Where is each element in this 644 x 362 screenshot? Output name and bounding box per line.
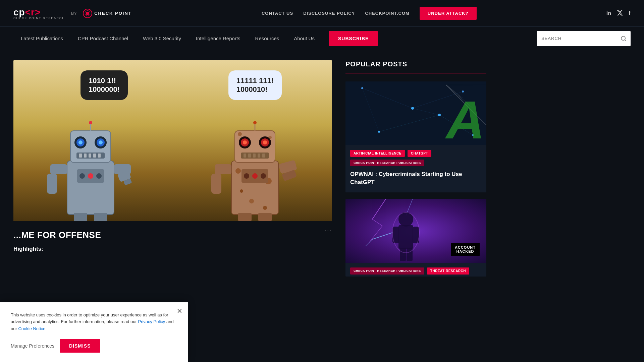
twitter-icon[interactable] — [616, 9, 623, 17]
account-hacked-badge: ACCOUNTHACKED — [451, 243, 480, 256]
privacy-policy-link[interactable]: Privacy Policy — [138, 319, 165, 324]
svg-point-28 — [89, 121, 92, 124]
svg-point-24 — [96, 173, 102, 179]
svg-rect-15 — [98, 154, 101, 158]
right-column: POPULAR POSTS — [345, 60, 486, 283]
svg-point-72 — [378, 131, 380, 133]
checkpoint-com-link[interactable]: CHECKPOINT.COM — [365, 11, 409, 16]
nav-resources[interactable]: Resources — [248, 27, 287, 50]
nav-about-us[interactable]: About Us — [286, 27, 322, 50]
search-button[interactable] — [616, 31, 631, 46]
svg-rect-58 — [238, 213, 252, 221]
cookie-close-button[interactable]: ✕ — [177, 307, 182, 315]
post-card-1-tags: ARTIFICIAL INTELLIGENCE CHATGPT CHECK PO… — [345, 145, 486, 168]
svg-rect-88 — [400, 248, 406, 261]
svg-point-57 — [261, 173, 266, 179]
highlights-label: Highlights: — [13, 246, 332, 252]
linkedin-icon[interactable]: in — [606, 10, 611, 16]
svg-point-33 — [240, 189, 243, 193]
post-card-1[interactable]: A ARTIFICIAL INTELLIGENCE CHATGPT CHECK … — [345, 81, 486, 192]
popular-posts-title: POPULAR POSTS — [345, 60, 486, 73]
svg-rect-2 — [67, 161, 114, 215]
dismiss-button[interactable]: DISMISS — [60, 339, 100, 353]
cookie-buttons: Manage Preferences DISMISS — [11, 339, 177, 353]
tag-threat-research[interactable]: THREAT RESEARCH — [427, 267, 469, 275]
manage-preferences-button[interactable]: Manage Preferences — [11, 343, 54, 349]
tag-ai[interactable]: ARTIFICIAL INTELLIGENCE — [350, 150, 405, 157]
svg-point-43 — [263, 140, 267, 144]
svg-point-69 — [361, 87, 363, 89]
svg-rect-47 — [253, 154, 256, 158]
nav-latest-publications[interactable]: Latest Publications — [13, 27, 70, 50]
svg-rect-25 — [74, 213, 87, 221]
post-card-1-title[interactable]: OPWNAI : Cybercriminals Starting to Use … — [345, 168, 486, 192]
svg-rect-46 — [248, 154, 251, 158]
svg-point-61 — [253, 121, 257, 124]
nav-cpr-podcast[interactable]: CPR Podcast Channel — [70, 27, 136, 50]
main-content: 1010 1!! 1000000! 11111 111! 1000010! — [0, 50, 644, 293]
robot-right — [211, 107, 305, 221]
cookie-notice-link[interactable]: Cookie Notice — [18, 326, 45, 331]
svg-rect-14 — [93, 154, 96, 158]
header-nav: CONTACT US DISCLOSURE POLICY CHECKPOINT.… — [262, 7, 477, 20]
by-label: BY — [71, 11, 77, 16]
checkpoint-globe-icon — [83, 9, 92, 18]
svg-point-36 — [238, 132, 242, 136]
search-box — [537, 31, 631, 46]
svg-rect-45 — [244, 154, 246, 158]
contact-us-link[interactable]: CONTACT US — [262, 11, 293, 16]
svg-rect-11 — [79, 154, 82, 158]
tag-cpr-pubs-1[interactable]: CHECK POINT RESEARCH PUBLICATIONS — [350, 160, 424, 166]
header-top: cp<r> CHECK POINT RESEARCH BY CHECK POIN… — [0, 0, 644, 27]
svg-rect-17 — [47, 174, 57, 194]
main-nav: Latest Publications CPR Podcast Channel … — [0, 27, 644, 50]
tag-cpr-pubs-2[interactable]: CHECK POINT RESEARCH PUBLICATIONS — [350, 267, 424, 275]
svg-point-73 — [438, 114, 441, 116]
article-footer: ··· ...ME FOR OFFENSE — [13, 221, 332, 246]
post-card-2-tags: CHECK POINT RESEARCH PUBLICATIONS THREAT… — [345, 263, 486, 277]
logo-area: cp<r> CHECK POINT RESEARCH BY CHECK POIN… — [13, 7, 132, 20]
svg-rect-26 — [94, 213, 107, 221]
cpr-logo[interactable]: cp<r> CHECK POINT RESEARCH — [13, 7, 65, 20]
under-attack-button[interactable]: UNDER ATTACK? — [420, 7, 477, 20]
social-icons: in f — [606, 9, 631, 17]
svg-rect-89 — [407, 248, 413, 261]
more-options-button[interactable]: ··· — [324, 227, 332, 234]
svg-point-0 — [621, 36, 625, 40]
svg-point-56 — [252, 173, 258, 179]
svg-point-30 — [235, 168, 241, 174]
svg-rect-49 — [262, 154, 265, 158]
speech-bubble-right: 11111 111! 1000010! — [228, 70, 282, 100]
post-card-1-image: A — [345, 81, 486, 145]
cookie-text: This website uses cookies in order to op… — [11, 312, 177, 333]
svg-point-42 — [243, 140, 247, 144]
disclosure-policy-link[interactable]: DISCLOSURE POLICY — [303, 11, 355, 16]
svg-line-1 — [625, 40, 626, 41]
svg-point-23 — [88, 173, 93, 179]
nav-web3-security[interactable]: Web 3.0 Security — [136, 27, 189, 50]
svg-rect-85 — [398, 225, 413, 249]
tag-chatgpt[interactable]: CHATGPT — [408, 150, 431, 157]
post-card-2[interactable]: ACCOUNTHACKED CHECK POINT RESEARCH PUBLI… — [345, 199, 486, 277]
svg-point-22 — [79, 173, 85, 179]
svg-text:A: A — [445, 90, 485, 145]
svg-rect-16 — [50, 164, 67, 174]
article-title: ...ME FOR OFFENSE — [13, 230, 332, 240]
cookie-banner: ✕ This website uses cookies in order to … — [0, 302, 188, 362]
post-card-2-image: ACCOUNTHACKED — [345, 199, 486, 263]
nav-intelligence-reports[interactable]: Intelligence Reports — [189, 27, 248, 50]
robot-left — [47, 107, 141, 221]
logo-subtitle: CHECK POINT RESEARCH — [13, 16, 65, 20]
svg-rect-50 — [215, 164, 231, 174]
svg-rect-13 — [89, 154, 91, 158]
checkpoint-name: CHECK POINT — [94, 11, 132, 16]
checkpoint-logo[interactable]: CHECK POINT — [83, 9, 132, 18]
svg-point-34 — [263, 206, 267, 210]
hero-image: 1010 1!! 1000000! 11111 111! 1000010! — [13, 60, 332, 221]
svg-point-55 — [244, 173, 249, 179]
facebook-icon[interactable]: f — [629, 10, 631, 17]
svg-point-70 — [411, 107, 414, 110]
subscribe-button[interactable]: SUBSCRIBE — [329, 31, 378, 46]
search-input[interactable] — [537, 31, 616, 46]
speech-bubble-left: 1010 1!! 1000000! — [80, 70, 128, 100]
